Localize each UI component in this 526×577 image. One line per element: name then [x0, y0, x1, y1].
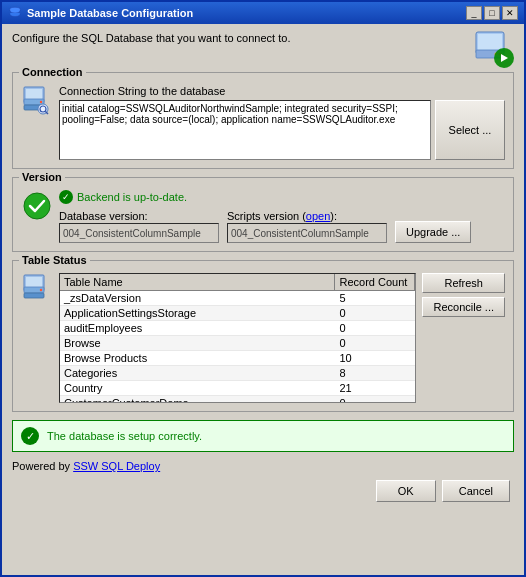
title-bar-icon — [8, 6, 22, 20]
table-row: Country 21 — [60, 381, 415, 396]
maximize-button[interactable]: □ — [484, 6, 500, 20]
check-icon: ✓ — [59, 190, 73, 204]
svg-rect-2 — [478, 34, 502, 52]
table-row: auditEmployees 0 — [60, 321, 415, 336]
connection-string-input[interactable] — [59, 100, 431, 160]
record-count-cell: 8 — [335, 366, 415, 380]
svg-point-20 — [40, 289, 42, 291]
table-grid: Table Name Record Count _zsDataVersion 5… — [59, 273, 416, 403]
table-buttons: Refresh Reconcile ... — [422, 273, 505, 403]
table-header: Table Name Record Count — [60, 274, 415, 291]
table-row: Browse 0 — [60, 336, 415, 351]
record-count-cell: 0 — [335, 306, 415, 320]
table-row: Browse Products 10 — [60, 351, 415, 366]
record-count-cell: 21 — [335, 381, 415, 395]
scripts-version-label: Scripts version (open): — [227, 210, 387, 222]
svg-rect-21 — [24, 293, 44, 298]
subtitle: Configure the SQL Database that you want… — [12, 32, 290, 44]
scripts-version-input — [227, 223, 387, 243]
open-link[interactable]: open — [306, 210, 330, 222]
db-version-field: Database version: — [59, 210, 219, 243]
version-inner: ✓ Backend is up-to-date. Database versio… — [21, 190, 505, 243]
col-record-count: Record Count — [335, 274, 415, 290]
svg-point-16 — [24, 193, 50, 219]
success-box: ✓ The database is setup correctly. — [12, 420, 514, 452]
table-name-cell: CustomerCustomerDemo — [60, 396, 335, 402]
table-row: ApplicationSettingsStorage 0 — [60, 306, 415, 321]
table-row: Categories 8 — [60, 366, 415, 381]
select-button[interactable]: Select ... — [435, 100, 505, 160]
record-count-cell: 0 — [335, 336, 415, 350]
record-count-cell: 10 — [335, 351, 415, 365]
table-right: Table Name Record Count _zsDataVersion 5… — [59, 273, 505, 403]
version-group-title: Version — [19, 171, 65, 183]
minimize-button[interactable]: _ — [466, 6, 482, 20]
table-name-cell: ApplicationSettingsStorage — [60, 306, 335, 320]
main-window: Sample Database Configuration _ □ ✕ Conf… — [0, 0, 526, 577]
footer-link[interactable]: SSW SQL Deploy — [73, 460, 160, 472]
version-icon — [21, 190, 53, 222]
table-name-cell: _zsDataVersion — [60, 291, 335, 305]
success-check-icon: ✓ — [21, 427, 39, 445]
ok-button[interactable]: OK — [376, 480, 436, 502]
status-text: Backend is up-to-date. — [77, 191, 187, 203]
table-inner: Table Name Record Count _zsDataVersion 5… — [21, 273, 505, 403]
dialog-body: Configure the SQL Database that you want… — [2, 24, 524, 516]
upgrade-button[interactable]: Upgrade ... — [395, 221, 471, 243]
status-ok: ✓ Backend is up-to-date. — [59, 190, 505, 204]
title-bar-left: Sample Database Configuration — [8, 6, 193, 20]
reconcile-button[interactable]: Reconcile ... — [422, 297, 505, 317]
connection-db-icon — [21, 85, 53, 117]
table-status-group: Table Status Table Name Record Count — [12, 260, 514, 412]
window-title: Sample Database Configuration — [27, 7, 193, 19]
dialog-buttons: OK Cancel — [12, 480, 514, 508]
table-name-cell: Browse Products — [60, 351, 335, 365]
table-status-icon — [21, 273, 53, 305]
close-button[interactable]: ✕ — [502, 6, 518, 20]
connection-textarea-wrap: Select ... — [59, 100, 505, 160]
table-name-cell: Browse — [60, 336, 335, 350]
connection-group: Connection Connection String to the data… — [12, 72, 514, 169]
table-row: CustomerCustomerDemo 0 — [60, 396, 415, 402]
col-table-name: Table Name — [60, 274, 335, 290]
table-status-group-title: Table Status — [19, 254, 90, 266]
table-row: _zsDataVersion 5 — [60, 291, 415, 306]
db-server-icon — [472, 30, 514, 72]
success-text: The database is setup correctly. — [47, 430, 202, 442]
db-version-input — [59, 223, 219, 243]
version-right: ✓ Backend is up-to-date. Database versio… — [59, 190, 505, 243]
db-version-label: Database version: — [59, 210, 219, 222]
refresh-button[interactable]: Refresh — [422, 273, 505, 293]
connection-inner: Connection String to the database Select… — [21, 85, 505, 160]
scripts-version-field: Scripts version (open): — [227, 210, 387, 243]
footer-text: Powered by — [12, 460, 73, 472]
record-count-cell: 0 — [335, 396, 415, 402]
version-fields: Database version: Scripts version (open)… — [59, 208, 505, 243]
record-count-cell: 5 — [335, 291, 415, 305]
table-name-cell: Country — [60, 381, 335, 395]
table-name-cell: Categories — [60, 366, 335, 380]
connection-group-title: Connection — [19, 66, 86, 78]
table-body[interactable]: _zsDataVersion 5 ApplicationSettingsStor… — [60, 291, 415, 402]
svg-point-11 — [40, 101, 42, 103]
cancel-button[interactable]: Cancel — [442, 480, 510, 502]
version-group: Version ✓ Backend is up-to-date. Databas… — [12, 177, 514, 252]
title-bar: Sample Database Configuration _ □ ✕ — [2, 2, 524, 24]
title-bar-controls: _ □ ✕ — [466, 6, 518, 20]
record-count-cell: 0 — [335, 321, 415, 335]
footer: Powered by SSW SQL Deploy — [12, 460, 514, 472]
connection-field-label: Connection String to the database — [59, 85, 505, 97]
connection-right: Connection String to the database Select… — [59, 85, 505, 160]
table-name-cell: auditEmployees — [60, 321, 335, 335]
